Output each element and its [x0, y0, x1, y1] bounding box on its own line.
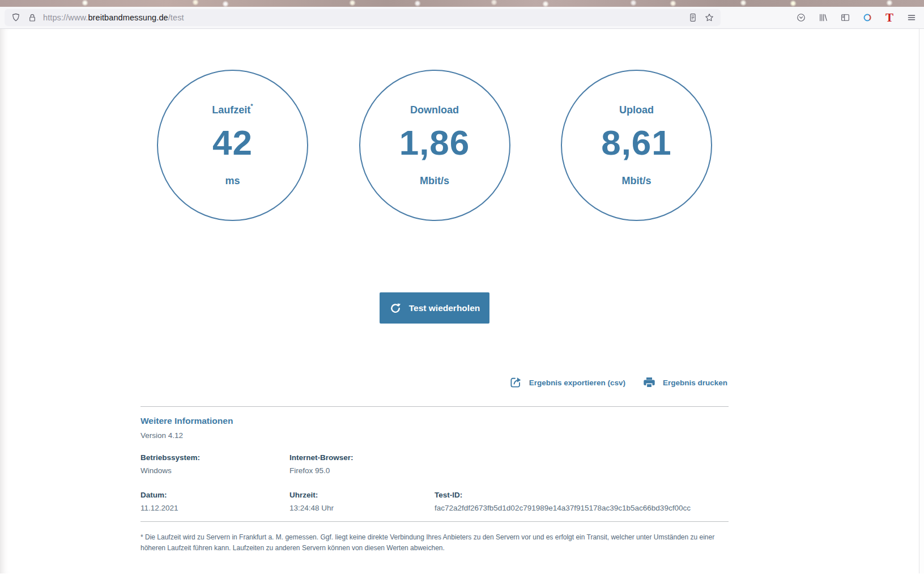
upload-circle: Upload 8,61 Mbit/s [561, 70, 712, 221]
section-divider-top [140, 406, 729, 407]
latency-label: Laufzeit* [212, 104, 253, 116]
testid-label: Test-ID: [435, 491, 729, 499]
result-actions: Ergebnis exportieren (csv) Ergebnis druc… [140, 376, 729, 389]
latency-footnote: * Die Laufzeit wird zu Servern in Frankf… [140, 532, 725, 553]
bookmark-star-icon[interactable] [704, 12, 715, 23]
export-csv-label: Ergebnis exportieren (csv) [529, 379, 625, 387]
section-divider-bottom [140, 521, 729, 522]
more-info-heading: Weitere Informationen [140, 416, 729, 426]
os-field: Betriebssystem: Windows [140, 453, 289, 475]
empty-cell [435, 453, 729, 475]
export-icon [509, 376, 522, 389]
library-icon[interactable] [817, 12, 829, 23]
time-value: 13:24:48 Uhr [289, 504, 435, 512]
reader-mode-icon[interactable] [687, 12, 699, 23]
upload-value: 8,61 [601, 125, 672, 160]
browser-field: Internet-Browser: Firefox 95.0 [289, 453, 435, 475]
download-unit: Mbit/s [420, 175, 449, 187]
metric-circles: Laufzeit* 42 ms Download 1,86 Mbit/s Upl… [140, 70, 729, 221]
download-value: 1,86 [399, 125, 470, 160]
url-scheme: https://www. [43, 13, 88, 22]
print-result-link[interactable]: Ergebnis drucken [642, 376, 727, 389]
download-circle: Download 1,86 Mbit/s [359, 70, 510, 221]
upload-unit: Mbit/s [622, 175, 652, 187]
info-row-system: Betriebssystem: Windows Internet-Browser… [140, 453, 729, 475]
export-csv-link[interactable]: Ergebnis exportieren (csv) [509, 376, 625, 389]
time-label: Uhrzeit: [289, 491, 435, 499]
menu-hamburger-icon[interactable] [906, 12, 917, 23]
toolbar-button-group: T [795, 12, 917, 23]
extension-t-icon[interactable]: T [884, 12, 895, 23]
url-path: /test [168, 13, 184, 22]
refresh-icon [389, 302, 402, 314]
shield-icon[interactable] [10, 12, 22, 23]
download-label: Download [410, 104, 459, 116]
repeat-test-label: Test wiederholen [409, 303, 480, 313]
date-field: Datum: 11.12.2021 [140, 491, 289, 512]
browser-label: Internet-Browser: [289, 453, 435, 462]
url-domain: breitbandmessung.de [88, 13, 168, 22]
time-field: Uhrzeit: 13:24:48 Uhr [289, 491, 435, 512]
os-label: Betriebssystem: [140, 453, 289, 462]
upload-label: Upload [619, 104, 654, 116]
latency-value: 42 [212, 125, 253, 160]
pocket-icon[interactable] [795, 12, 807, 23]
url-bar[interactable]: https://www.breitbandmessung.de/test [5, 9, 721, 26]
desktop-wallpaper-strip [0, 0, 924, 7]
speedtest-results: Laufzeit* 42 ms Download 1,86 Mbit/s Upl… [140, 29, 729, 553]
lock-icon[interactable] [27, 12, 38, 23]
page-content: Laufzeit* 42 ms Download 1,86 Mbit/s Upl… [0, 29, 924, 573]
info-row-test: Datum: 11.12.2021 Uhrzeit: 13:24:48 Uhr … [140, 491, 729, 512]
browser-toolbar: https://www.breitbandmessung.de/test [0, 7, 924, 29]
browser-value: Firefox 95.0 [289, 466, 435, 475]
latency-circle: Laufzeit* 42 ms [157, 70, 308, 221]
printer-icon [642, 376, 656, 389]
testid-field: Test-ID: fac72a2fdf2673fb5d1d02c791989e1… [435, 491, 729, 512]
os-value: Windows [140, 466, 289, 475]
latency-unit: ms [225, 175, 240, 187]
url-text[interactable]: https://www.breitbandmessung.de/test [43, 13, 184, 22]
testid-value: fac72a2fdf2673fb5d1d02c791989e14a37f9151… [435, 504, 729, 512]
date-value: 11.12.2021 [140, 504, 289, 512]
print-result-label: Ergebnis drucken [663, 379, 727, 387]
sidebar-toggle-icon[interactable] [840, 12, 851, 23]
repeat-test-button[interactable]: Test wiederholen [380, 292, 489, 324]
app-version: Version 4.12 [140, 431, 729, 440]
latency-footnote-marker: * [250, 103, 253, 109]
extension-ring-icon[interactable] [862, 12, 873, 23]
date-label: Datum: [140, 491, 289, 499]
